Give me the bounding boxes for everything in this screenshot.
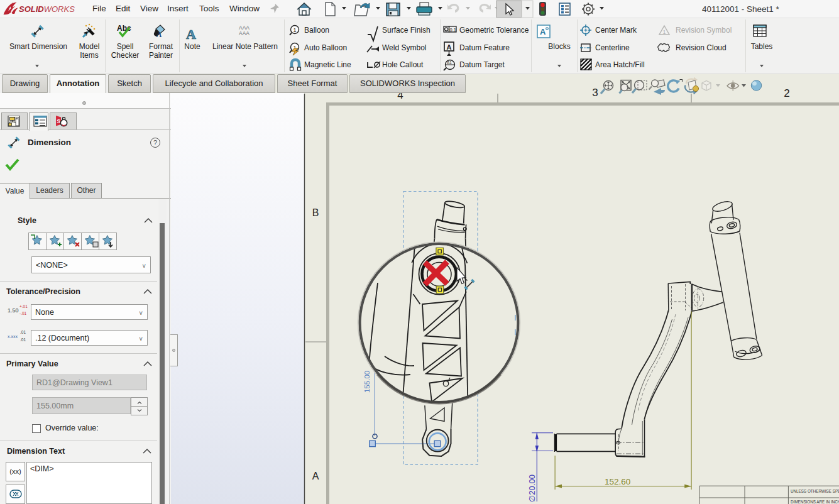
svg-text:AAA: AAA xyxy=(239,30,250,36)
svg-text:A: A xyxy=(447,43,452,51)
svg-text:A: A xyxy=(186,26,196,42)
svg-text:UNLESS OTHERWISE SPEC: UNLESS OTHERWISE SPEC xyxy=(791,489,839,493)
svg-text:A: A xyxy=(156,30,162,39)
svg-text:155.00: 155.00 xyxy=(363,371,371,393)
svg-text:152.60: 152.60 xyxy=(605,477,630,486)
svg-text:1: 1 xyxy=(663,29,666,35)
svg-text:2: 2 xyxy=(784,87,789,99)
svg-text:SOLIDWORKS: SOLIDWORKS xyxy=(19,4,75,14)
svg-text:A: A xyxy=(312,471,319,481)
svg-text:B: B xyxy=(312,207,319,218)
svg-text:∅20.00: ∅20.00 xyxy=(527,474,537,502)
svg-text:3: 3 xyxy=(592,87,598,99)
svg-text:0.1: 0.1 xyxy=(450,27,456,33)
svg-text:A1: A1 xyxy=(447,60,452,65)
svg-text:A: A xyxy=(540,27,546,36)
svg-text:1: 1 xyxy=(293,27,297,33)
svg-text:DIMENSIONS ARE IN INCHE: DIMENSIONS ARE IN INCHE xyxy=(791,500,839,504)
